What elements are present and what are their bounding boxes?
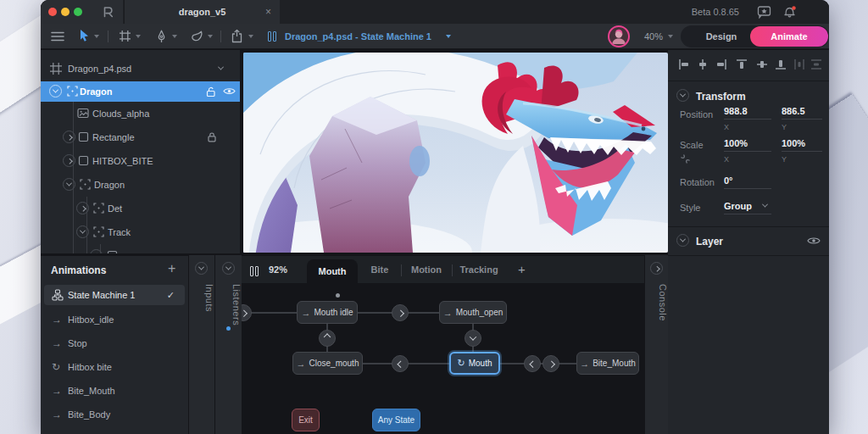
state-node-mouth[interactable]: ↻ Mouth bbox=[449, 352, 500, 375]
expand-chevron-icon[interactable] bbox=[63, 154, 75, 167]
console-strip-label: Console bbox=[645, 284, 668, 321]
scale-link-icon[interactable] bbox=[680, 153, 691, 164]
rotation-field[interactable]: 0° bbox=[724, 175, 771, 189]
canvas-zoom-value[interactable]: 40% bbox=[644, 24, 663, 49]
tab-motion[interactable]: Motion bbox=[406, 256, 447, 283]
layer-collapse-icon[interactable] bbox=[676, 234, 689, 247]
distribute-horizontal-icon[interactable] bbox=[793, 58, 805, 70]
transition-left-icon[interactable] bbox=[524, 355, 541, 372]
feedback-icon[interactable] bbox=[757, 5, 771, 19]
select-tool-caret[interactable] bbox=[94, 35, 99, 38]
transition-left-icon[interactable] bbox=[392, 355, 409, 372]
state-node-bite-mouth[interactable]: → Bite_Mouth bbox=[576, 352, 639, 375]
align-bottom-icon[interactable] bbox=[775, 58, 787, 70]
expand-chevron-icon[interactable] bbox=[76, 202, 89, 214]
scale-x-field[interactable]: 100% bbox=[724, 138, 771, 152]
animation-item-bite-body[interactable]: → Bite_Body bbox=[44, 404, 185, 425]
avatar[interactable] bbox=[608, 25, 630, 47]
transform-collapse-icon[interactable] bbox=[676, 89, 689, 102]
entry-transition-icon[interactable] bbox=[242, 304, 252, 321]
layer-visibility-eye-icon[interactable] bbox=[807, 236, 821, 246]
visibility-eye-icon[interactable] bbox=[223, 86, 236, 96]
canvas-stage[interactable] bbox=[243, 53, 668, 253]
tab-close-icon[interactable]: × bbox=[265, 0, 271, 24]
playback-pause-icon[interactable] bbox=[250, 264, 260, 280]
position-y-field[interactable]: 886.5 bbox=[782, 106, 822, 120]
transition-right-icon[interactable] bbox=[542, 355, 559, 372]
expand-chevron-icon[interactable] bbox=[63, 131, 75, 143]
tree-item-dragon-group[interactable]: Dragon bbox=[41, 175, 240, 195]
tab-bite[interactable]: Bite bbox=[364, 256, 396, 283]
position-x-field[interactable]: 988.8 bbox=[724, 106, 771, 120]
tab-tracking[interactable]: Tracking bbox=[455, 256, 503, 283]
transition-right-icon[interactable] bbox=[392, 304, 409, 321]
tree-item-track[interactable]: Track bbox=[41, 222, 240, 242]
distribute-vertical-icon[interactable] bbox=[810, 58, 822, 70]
design-mode-button[interactable]: Design bbox=[696, 25, 747, 47]
inputs-strip[interactable]: Inputs bbox=[188, 255, 214, 434]
align-center-horizontal-icon[interactable] bbox=[697, 58, 709, 70]
app-window: dragon_v5 × Beta 0.8.65 bbox=[41, 0, 829, 434]
expand-console-icon[interactable] bbox=[650, 262, 663, 275]
tree-item-rectangle[interactable]: Rectangle bbox=[41, 127, 240, 147]
collapse-chevron-icon[interactable] bbox=[49, 85, 62, 97]
unlock-icon[interactable] bbox=[205, 86, 216, 97]
console-strip[interactable]: Console bbox=[644, 255, 668, 434]
chevron-down-icon[interactable] bbox=[218, 64, 224, 70]
state-node-exit[interactable]: Exit bbox=[292, 409, 320, 431]
breadcrumb-caret[interactable] bbox=[446, 35, 451, 38]
state-node-mouth-idle[interactable]: → Mouth idle bbox=[297, 301, 358, 324]
tree-item-clouds-alpha[interactable]: Clouds_alpha bbox=[41, 103, 240, 124]
export-tool-icon[interactable] bbox=[231, 29, 243, 43]
artboard-tool-icon[interactable] bbox=[119, 30, 131, 42]
align-left-icon[interactable] bbox=[678, 58, 690, 70]
state-node-mouth-open[interactable]: → Mouth_open bbox=[439, 301, 507, 324]
tab-mouth[interactable]: Mouth bbox=[307, 259, 358, 283]
expand-listeners-icon[interactable] bbox=[222, 262, 235, 275]
listeners-strip[interactable]: Listeners bbox=[214, 255, 242, 434]
scale-y-field[interactable]: 100% bbox=[782, 138, 822, 152]
pen-tool-caret[interactable] bbox=[172, 35, 177, 38]
collapse-chevron-icon[interactable] bbox=[76, 225, 89, 238]
minimize-window-button[interactable] bbox=[61, 8, 70, 16]
tree-root-artboard[interactable]: Dragon_p4.psd bbox=[41, 58, 240, 79]
breadcrumb[interactable]: Dragon_p4.psd - State Machine 1 bbox=[285, 24, 431, 49]
state-node-close-mouth[interactable]: → Close_mouth bbox=[292, 352, 363, 375]
state-node-any-state[interactable]: Any State bbox=[372, 409, 420, 431]
artboard-tool-caret[interactable] bbox=[136, 35, 141, 38]
collapse-chevron-icon[interactable] bbox=[63, 178, 75, 191]
lock-icon[interactable] bbox=[207, 131, 217, 142]
canvas-zoom-caret[interactable] bbox=[668, 35, 673, 38]
animation-item-bite-mouth[interactable]: → Bite_Mouth bbox=[44, 381, 185, 401]
transition-up-icon[interactable] bbox=[319, 330, 336, 347]
tree-item-dragon[interactable]: Dragon bbox=[41, 81, 240, 102]
tree-item-det[interactable]: Det bbox=[41, 198, 240, 219]
rectangle-icon bbox=[78, 155, 89, 166]
main-menu-icon[interactable] bbox=[51, 31, 64, 42]
pen-tool-icon[interactable] bbox=[155, 30, 168, 43]
transition-down-icon[interactable] bbox=[465, 330, 481, 347]
tree-item-partial[interactable] bbox=[41, 246, 240, 253]
maximize-window-button[interactable] bbox=[74, 8, 82, 16]
state-machine-graph[interactable]: → Mouth idle → Mouth_open → Close_mouth … bbox=[242, 283, 644, 434]
tree-item-hitbox-bite[interactable]: HITBOX_BITE bbox=[41, 151, 240, 171]
align-right-icon[interactable] bbox=[715, 58, 727, 70]
align-center-vertical-icon[interactable] bbox=[756, 58, 768, 70]
animation-item-hitbox-idle[interactable]: → Hitbox_idle bbox=[44, 309, 185, 330]
shape-tool-caret[interactable] bbox=[208, 35, 213, 38]
animate-mode-button[interactable]: Animate bbox=[750, 26, 828, 47]
add-layer-tab-button[interactable]: + bbox=[518, 256, 526, 283]
close-window-button[interactable] bbox=[48, 8, 57, 16]
shape-tool-icon[interactable] bbox=[190, 30, 203, 42]
align-top-icon[interactable] bbox=[736, 58, 748, 70]
expand-inputs-icon[interactable] bbox=[195, 262, 208, 275]
export-tool-caret[interactable] bbox=[248, 35, 253, 38]
notifications-bell-icon[interactable] bbox=[782, 5, 797, 19]
document-tab[interactable]: dragon_v5 × bbox=[124, 0, 280, 24]
animation-item-hitbox-bite[interactable]: ↻ Hitbox bite bbox=[44, 357, 185, 377]
select-tool-icon[interactable] bbox=[78, 29, 91, 43]
expand-chevron-icon[interactable] bbox=[90, 249, 103, 253]
animation-item-state-machine[interactable]: State Machine 1 ✓ bbox=[44, 285, 185, 305]
animation-item-stop[interactable]: → Stop bbox=[44, 333, 185, 353]
add-animation-button[interactable]: + bbox=[168, 261, 175, 276]
